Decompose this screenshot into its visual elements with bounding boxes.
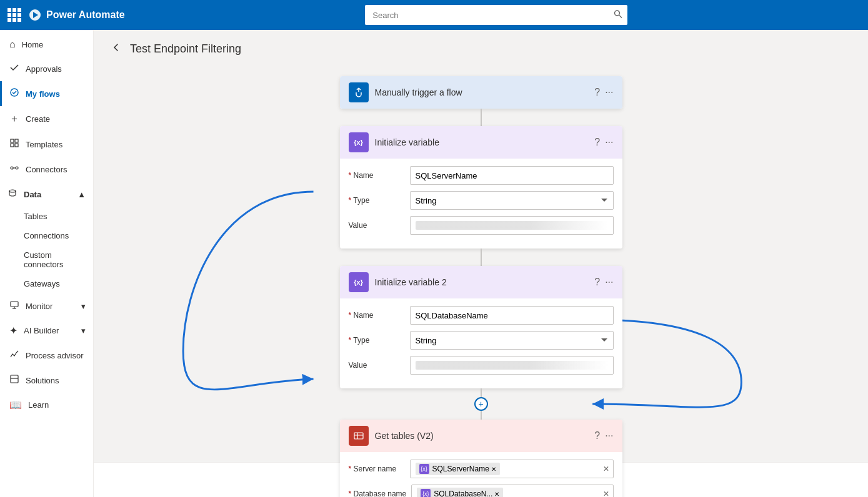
svg-rect-15 xyxy=(11,375,18,383)
field-row-server-name: Server name {x} SQLServerName ✕ ✕ xyxy=(349,460,614,478)
svg-rect-4 xyxy=(11,139,14,142)
sidebar-label-data: Data xyxy=(24,190,41,199)
sidebar-item-home[interactable]: ⌂ Home xyxy=(0,32,93,56)
step-init-var-1-actions: ? ··· xyxy=(594,137,613,148)
search-input[interactable] xyxy=(365,5,627,25)
templates-icon xyxy=(9,138,19,150)
sidebar-label-approvals: Approvals xyxy=(26,64,62,74)
field-label-type-2: Type xyxy=(349,336,405,345)
trigger-help-button[interactable]: ? xyxy=(594,87,600,98)
monitor-icon xyxy=(9,300,19,312)
connector-line-3a xyxy=(481,388,482,397)
add-step-button-1[interactable]: + xyxy=(474,397,488,411)
connector-plus-1: + xyxy=(474,388,488,420)
sidebar-item-tables[interactable]: Tables xyxy=(0,207,93,226)
sidebar-item-data[interactable]: Data ▲ xyxy=(0,182,93,207)
sidebar-item-learn[interactable]: 📖 Learn xyxy=(0,393,93,417)
ai-builder-icon: ✦ xyxy=(9,325,17,337)
get-tables-more-button[interactable]: ··· xyxy=(605,430,613,441)
svg-rect-12 xyxy=(11,302,18,307)
trigger-icon xyxy=(349,82,369,102)
sidebar-item-solutions[interactable]: Solutions xyxy=(0,368,93,393)
sidebar-item-connectors[interactable]: Connectors xyxy=(0,157,93,182)
field-label-name-2: Name xyxy=(349,311,405,320)
sidebar-label-templates: Templates xyxy=(26,140,62,149)
init-var-2-icon-label: {x} xyxy=(354,278,363,286)
grid-menu-icon[interactable] xyxy=(7,8,21,22)
sidebar-item-create[interactable]: ＋ Create xyxy=(0,106,93,132)
init-var-2-more-button[interactable]: ··· xyxy=(605,277,613,288)
field-label-db-name: Database name xyxy=(349,490,407,497)
process-advisor-icon xyxy=(9,349,19,362)
step-init-var-2-actions: ? ··· xyxy=(594,277,613,288)
connectors-icon xyxy=(9,163,19,175)
step-trigger: Manually trigger a flow ? ··· xyxy=(340,76,622,109)
step-init-var-2-body: Name Type String Value xyxy=(340,298,622,388)
tag-server-text: SQLServerName xyxy=(432,465,489,473)
svg-point-9 xyxy=(16,167,18,169)
connector-line-2 xyxy=(481,248,482,266)
step-init-var-2: {x} Initialize variable 2 ? ··· Name xyxy=(340,266,622,388)
field-server-clear-button[interactable]: ✕ xyxy=(603,465,609,473)
field-tag-server-name[interactable]: {x} SQLServerName ✕ ✕ xyxy=(410,460,614,478)
page-header: Test Endpoint Filtering xyxy=(109,40,853,57)
tag-server-close[interactable]: ✕ xyxy=(491,466,496,473)
field-select-type-2[interactable]: String xyxy=(410,331,614,350)
tag-server-name: {x} SQLServerName ✕ xyxy=(416,463,500,475)
svg-rect-7 xyxy=(15,144,18,147)
field-row-db-name: Database name {x} SQLDatabaseN... ✕ ✕ xyxy=(349,485,614,497)
field-input-value-1[interactable] xyxy=(410,216,614,235)
monitor-chevron-icon: ▾ xyxy=(81,302,86,311)
sidebar-item-myflows[interactable]: My flows xyxy=(0,81,93,106)
sidebar-item-templates[interactable]: Templates xyxy=(0,132,93,157)
data-chevron-icon: ▲ xyxy=(77,190,86,199)
field-row-type-2: Type String xyxy=(349,331,614,350)
sidebar: ⌂ Home Approvals My flows ＋ Create Templ… xyxy=(0,30,94,497)
step-init-var-2-title: Initialize variable 2 xyxy=(375,277,589,287)
tag-db-name: {x} SQLDatabaseN... ✕ xyxy=(417,488,503,497)
trigger-more-button[interactable]: ··· xyxy=(605,87,613,98)
approvals-icon xyxy=(9,62,19,75)
sidebar-label-myflows: My flows xyxy=(26,89,60,99)
sidebar-item-approvals[interactable]: Approvals xyxy=(0,56,93,81)
svg-point-11 xyxy=(9,190,16,192)
sidebar-label-connections: Connections xyxy=(24,231,69,240)
field-tag-db-name[interactable]: {x} SQLDatabaseN... ✕ ✕ xyxy=(411,485,613,497)
sidebar-label-create: Create xyxy=(26,114,50,124)
step-init-var-2-header: {x} Initialize variable 2 ? ··· xyxy=(340,266,622,298)
init-var-1-more-button[interactable]: ··· xyxy=(605,137,613,148)
sidebar-item-custom-connectors[interactable]: Custom connectors xyxy=(0,245,93,274)
step-trigger-actions: ? ··· xyxy=(594,87,613,98)
field-input-value-2[interactable] xyxy=(410,356,614,375)
sidebar-item-connections[interactable]: Connections xyxy=(0,226,93,245)
app-name: Power Automate xyxy=(46,9,125,21)
field-label-value-2: Value xyxy=(349,361,405,370)
tag-db-close[interactable]: ✕ xyxy=(494,491,499,498)
layout: ⌂ Home Approvals My flows ＋ Create Templ… xyxy=(0,30,868,497)
field-select-type-1[interactable]: String xyxy=(410,191,614,210)
app-logo: Power Automate xyxy=(29,9,125,21)
power-automate-logo-icon xyxy=(29,9,41,21)
field-input-name-2[interactable] xyxy=(410,306,614,325)
field-input-name-1[interactable] xyxy=(410,166,614,185)
get-tables-help-button[interactable]: ? xyxy=(594,430,600,441)
blurred-value-2 xyxy=(416,361,608,370)
topbar: Power Automate xyxy=(0,0,868,30)
field-db-clear-button[interactable]: ✕ xyxy=(603,490,609,497)
tag-db-icon: {x} xyxy=(421,489,431,497)
sidebar-item-monitor[interactable]: Monitor ▾ xyxy=(0,293,93,318)
flow-canvas: Manually trigger a flow ? ··· {x} xyxy=(109,70,853,497)
ai-builder-chevron-icon: ▾ xyxy=(81,326,86,335)
sidebar-item-process-advisor[interactable]: Process advisor xyxy=(0,343,93,368)
connector-line-3b xyxy=(481,411,482,420)
sidebar-label-ai-builder: AI Builder xyxy=(24,326,59,335)
sidebar-item-gateways[interactable]: Gateways xyxy=(0,274,93,293)
init-var-1-help-button[interactable]: ? xyxy=(594,137,600,148)
myflows-icon xyxy=(9,87,19,100)
learn-icon: 📖 xyxy=(9,399,22,411)
sidebar-label-learn: Learn xyxy=(28,400,49,410)
step-get-tables-body: Server name {x} SQLServerName ✕ ✕ xyxy=(340,452,622,497)
sidebar-item-ai-builder[interactable]: ✦ AI Builder ▾ xyxy=(0,318,93,343)
back-button[interactable] xyxy=(109,40,124,57)
init-var-2-help-button[interactable]: ? xyxy=(594,277,600,288)
